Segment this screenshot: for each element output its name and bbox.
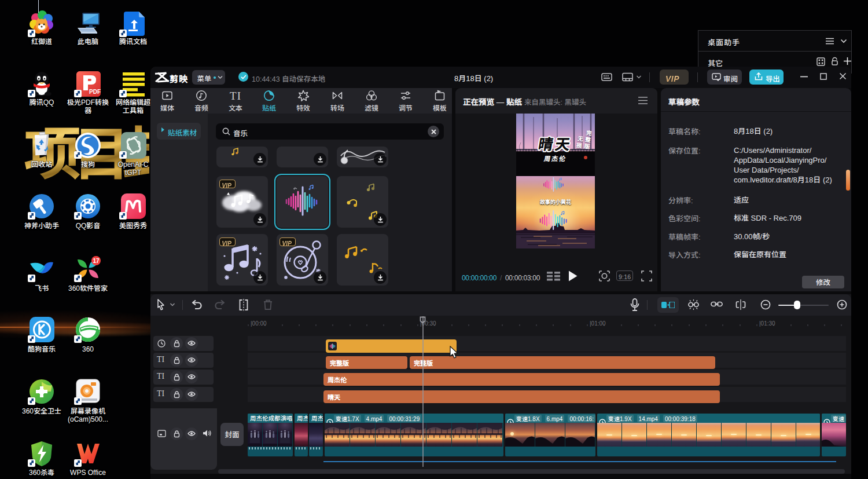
svg-text:17: 17 [93, 258, 100, 264]
svg-text:PDF: PDF [89, 89, 101, 95]
